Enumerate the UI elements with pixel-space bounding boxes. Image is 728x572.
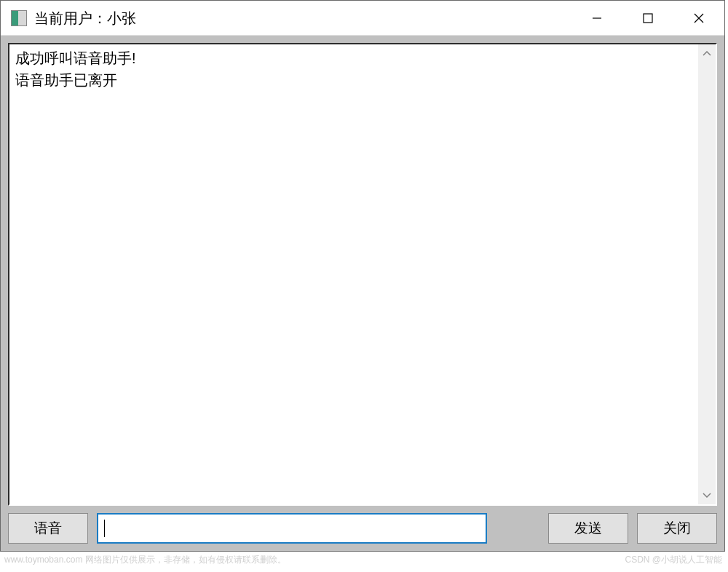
chevron-up-icon <box>703 51 711 57</box>
window-controls <box>571 1 724 35</box>
application-window: 当前用户：小张 成功呼叫语音助手! 语音助手已离开 <box>0 0 725 552</box>
close-icon <box>692 12 705 25</box>
maximize-button[interactable] <box>622 1 673 35</box>
output-panel: 成功呼叫语音助手! 语音助手已离开 <box>8 43 717 506</box>
scrollbar[interactable] <box>698 44 716 504</box>
minimize-button[interactable] <box>571 1 622 35</box>
titlebar[interactable]: 当前用户：小张 <box>1 1 724 36</box>
chevron-down-icon <box>703 492 711 498</box>
close-button[interactable]: 关闭 <box>637 513 717 544</box>
client-area: 成功呼叫语音助手! 语音助手已离开 语音 <box>1 36 724 551</box>
send-button[interactable]: 发送 <box>548 513 628 544</box>
scroll-down-button[interactable] <box>702 490 712 500</box>
minimize-icon <box>591 12 603 24</box>
maximize-icon <box>642 12 654 24</box>
watermark-left: www.toymoban.com 网络图片仅供展示，非存储，如有侵权请联系删除。 <box>4 554 286 566</box>
bottom-bar: 语音 发送 关闭 <box>8 513 717 544</box>
watermark-right: CSDN @小胡说人工智能 <box>625 554 722 566</box>
app-icon <box>11 10 27 26</box>
message-input-wrapper[interactable] <box>97 513 487 544</box>
close-window-button[interactable] <box>673 1 724 35</box>
spacer <box>496 513 539 544</box>
svg-rect-1 <box>644 14 652 23</box>
scroll-up-button[interactable] <box>702 49 712 59</box>
voice-button[interactable]: 语音 <box>8 513 88 544</box>
output-text[interactable]: 成功呼叫语音助手! 语音助手已离开 <box>9 44 698 504</box>
window-title: 当前用户：小张 <box>34 1 571 36</box>
message-input[interactable] <box>105 515 481 542</box>
